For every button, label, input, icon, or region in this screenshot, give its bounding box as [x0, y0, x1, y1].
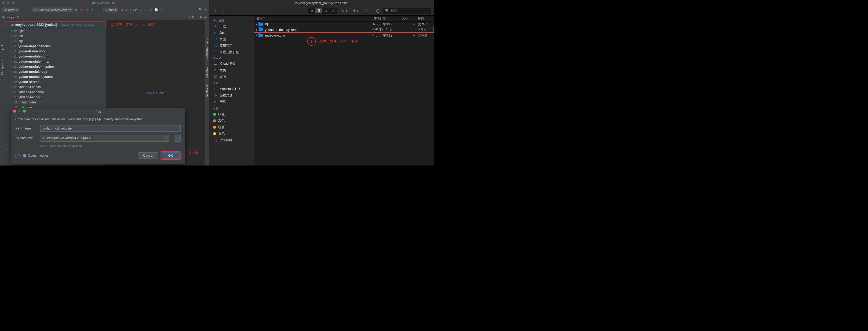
sidebar-item-baidu[interactable]: 🗀百度云同步盘 [209, 49, 254, 55]
git-push-icon[interactable]: ↗ [149, 8, 153, 11]
forward-button[interactable]: › [221, 8, 227, 14]
settings-icon[interactable]: ⚙ [204, 8, 207, 11]
tree-file[interactable]: 🗎.gitattributes [4, 100, 106, 105]
close-icon[interactable] [2, 1, 5, 4]
profile-icon[interactable]: ◔ [90, 8, 94, 11]
tree-root-row[interactable]: ⌄ ▣ ruoyi-vue-pro-2022 [yudao] ~/Java/ru… [5, 22, 105, 27]
tool-tab-database[interactable]: Database [205, 63, 209, 80]
sidebar-item-documents[interactable]: 🗎文稿 [209, 67, 254, 73]
tree-item[interactable]: ›🗀yudao-module-bpm [4, 54, 106, 59]
sidebar-item-icloud[interactable]: ☁iCloud 云盘 [209, 60, 254, 67]
file-row[interactable]: ▶sql今天 下午3:12--文件夹 [254, 22, 434, 27]
tree-item[interactable]: ›🗀yudao-ui-app-v1 [4, 94, 106, 100]
col-date[interactable]: 修改日期 [372, 17, 402, 21]
tool-tab-pull-requests[interactable]: Pull Requests [0, 58, 4, 81]
directory-history-dropdown[interactable]: ▼ [163, 135, 169, 142]
tree-item[interactable]: ›🗀yudao-server [4, 79, 106, 84]
sidebar-item-desktop[interactable]: 🖵桌面 [209, 36, 254, 43]
maximize-icon[interactable] [12, 1, 15, 4]
icloud-header: iCloud [209, 55, 254, 60]
tree-item[interactable]: ›🗀yudao-dependencies [4, 44, 106, 49]
sidebar-tag-orange[interactable]: 橙色 [209, 124, 254, 130]
gallery-view-button[interactable]: ▭ [329, 8, 336, 13]
tree-item[interactable]: ›🗀yudao-framework [4, 49, 106, 54]
col-size[interactable]: 大小 [402, 17, 418, 21]
sidebar-item-applications[interactable]: Ⓐ应用程序 [209, 43, 254, 49]
tool-tab-keypromoter[interactable]: Key Promoter X [205, 36, 209, 62]
help-button[interactable]: ? [15, 153, 21, 158]
hide-icon[interactable]: — [204, 16, 207, 19]
tree-item[interactable]: ›🗀yudao-module-system [4, 74, 106, 79]
list-view-button[interactable]: ☰ [315, 8, 322, 13]
tree-item[interactable]: ›🗀sql [4, 38, 106, 44]
run-config-dropdown[interactable]: ◉YudaoServerApplication ▾ [32, 7, 73, 12]
finder-toolbar: ‹ › ▦ ☰ ▥ ▭ ⊞ ▾ ⚙ ▾ ⇧ ◯ 🔍搜索 [209, 6, 434, 16]
open-in-editor-checkbox[interactable]: Open in editor [23, 154, 48, 158]
jrebel-dropdown[interactable]: JRebel ▾ [103, 7, 118, 12]
collapse-all-icon[interactable]: ⋮ [195, 15, 198, 19]
expand-all-icon[interactable]: ⇵ [191, 15, 194, 19]
select-opened-icon[interactable]: ⊙ [187, 15, 190, 19]
sidebar-item-desktop2[interactable]: 🖵桌面 [209, 73, 254, 80]
run-icon[interactable]: ▶ [75, 8, 79, 11]
jrebel-run-icon[interactable]: ◢ [120, 8, 123, 11]
col-name[interactable]: 名称 ˄ [254, 17, 372, 21]
tool-tab-project[interactable]: Project [0, 43, 4, 56]
disclosure-icon[interactable]: ▶ [255, 23, 258, 26]
attach-icon[interactable]: … [95, 8, 99, 11]
new-name-input[interactable] [40, 125, 181, 132]
sidebar-tag-green[interactable]: 绿色 [209, 111, 254, 117]
file-row-highlighted[interactable]: ▶yudao-module-system今天 下午3:12--文件夹 [254, 27, 434, 33]
debug-icon[interactable]: 🐞 [80, 8, 84, 11]
sidebar-item-network[interactable]: ⊕网络 [209, 99, 254, 105]
sidebar-item-macintosh[interactable]: ⊟Macintosh HD [209, 86, 254, 92]
ok-button[interactable]: OK [162, 152, 180, 159]
tags-button[interactable]: ◯ [374, 8, 381, 14]
icon-view-button[interactable]: ▦ [308, 8, 315, 13]
sidebar-item-java[interactable]: 🗀Java [209, 30, 254, 36]
share-button[interactable]: ⇧ [364, 8, 370, 14]
tree-item[interactable]: ›🗀.github [4, 28, 106, 33]
tree-item[interactable]: ›🗀yudao-module-member [4, 64, 106, 69]
tree-item[interactable]: ›🗀bin [4, 33, 106, 38]
git-update-icon[interactable]: ↙ [139, 8, 143, 11]
stop-icon[interactable]: ■ [125, 8, 128, 11]
sidebar-tag-yellow[interactable]: 黄色 [209, 130, 254, 137]
item-label: yudao-server [19, 80, 39, 84]
git-rollback-icon[interactable]: ↶ [159, 8, 163, 11]
group-by-button[interactable]: ⊞ ▾ [341, 8, 348, 14]
git-commit-icon[interactable]: ✓ [144, 8, 148, 11]
tree-item[interactable]: ›🗀yudao-ui-admin [4, 84, 106, 89]
editor-hint-link[interactable]: Double [153, 91, 164, 95]
tool-tab-maven[interactable]: m Maven [205, 82, 209, 99]
item-label: yudao-ui-app-tmp [19, 90, 44, 94]
sidebar-all-tags[interactable]: ◯所有标签… [209, 137, 254, 143]
gear-icon[interactable]: ⚙ [200, 15, 203, 19]
open-editor-check[interactable] [23, 154, 26, 158]
back-button[interactable]: ‹ [212, 8, 218, 14]
chevron-right-icon[interactable]: › [10, 30, 13, 32]
column-view-button[interactable]: ▥ [322, 8, 329, 13]
sidebar-item-remote-disc[interactable]: ◎远程光盘 [209, 92, 254, 99]
maximize-icon[interactable] [23, 110, 26, 113]
cancel-button[interactable]: Cancel [138, 152, 158, 159]
action-button[interactable]: ⚙ ▾ [352, 8, 359, 14]
breadcrumb[interactable]: ▣ruoyi-› [2, 7, 19, 12]
minimize-icon[interactable] [7, 1, 10, 4]
git-history-icon[interactable]: 🕐 [154, 8, 158, 11]
close-icon[interactable] [13, 110, 16, 113]
coverage-icon[interactable]: ⬡ [85, 8, 89, 11]
browse-button[interactable]: … [174, 135, 181, 142]
tree-item[interactable]: ›🗀yudao-module-pay [4, 69, 106, 74]
file-name: yudao-module-system [265, 28, 372, 32]
search-input[interactable]: 🔍搜索 [383, 8, 431, 14]
tree-item[interactable]: ›🗀yudao-module-infra [4, 59, 106, 64]
sidebar-tag-gray[interactable]: 灰色 [209, 117, 254, 124]
col-kind[interactable]: 种类 [418, 17, 434, 21]
chevron-down-icon[interactable]: ⌄ [6, 23, 9, 26]
breadcrumb-label: ruoyi- [8, 8, 16, 11]
to-directory-input[interactable] [40, 135, 163, 142]
sidebar-item-downloads[interactable]: ⬇下载 [209, 23, 254, 30]
tree-item[interactable]: ›🗀yudao-ui-app-tmp [4, 89, 106, 94]
search-icon[interactable]: 🔍 [198, 8, 202, 11]
